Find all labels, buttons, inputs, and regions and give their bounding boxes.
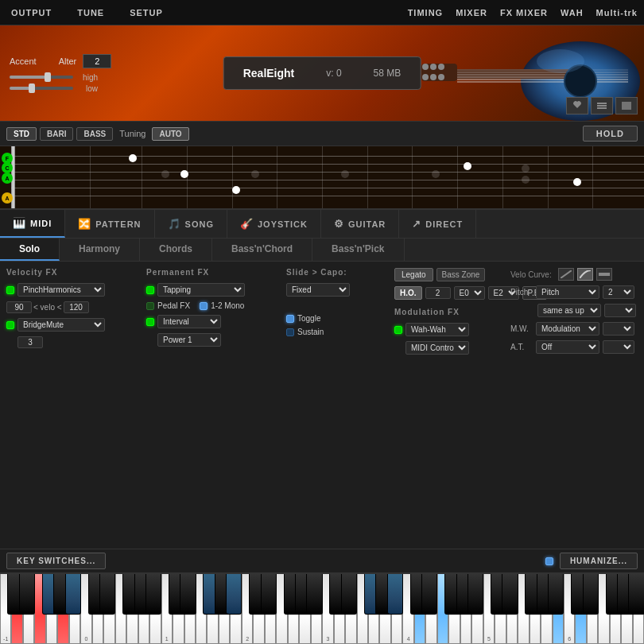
black-key-9[interactable]: [145, 574, 161, 615]
interval-select[interactable]: Interval: [157, 315, 221, 328]
subtab-harmony[interactable]: Harmony: [60, 239, 140, 261]
interval-led[interactable]: [146, 318, 154, 326]
humanize-led[interactable]: [545, 557, 553, 565]
pedal-fx-label: Pedal FX: [157, 301, 190, 310]
guitar-btn-3[interactable]: [615, 97, 638, 114]
tab-direct[interactable]: ↗ DIRECT: [399, 210, 476, 238]
subtab-bassn-chord[interactable]: Bass'n'Chord: [212, 239, 312, 261]
humanize-btn[interactable]: HUMANIZE...: [560, 553, 638, 569]
pitch-value-select[interactable]: 2: [603, 285, 634, 299]
bridge-num-input[interactable]: [17, 336, 43, 348]
curve-btn-3[interactable]: [596, 268, 612, 281]
black-key-14[interactable]: [226, 574, 242, 615]
black-key-11[interactable]: [180, 574, 196, 615]
nav-setup[interactable]: SETUP: [125, 5, 168, 21]
low-slider[interactable]: [10, 87, 73, 90]
black-key-19[interactable]: [306, 574, 322, 615]
at-value-select[interactable]: [603, 340, 634, 354]
key-switches-btn[interactable]: KEY SWITCHES...: [6, 553, 106, 569]
nav-tune[interactable]: TUNE: [72, 5, 109, 21]
right-panel-section: Velo Curve: Pitch Pitch: [510, 268, 638, 542]
black-key-24[interactable]: [387, 574, 403, 615]
velocity-fx-label: Velocity FX: [6, 268, 134, 277]
modulation-select1[interactable]: Wah-Wah: [405, 323, 469, 336]
mw-value-select[interactable]: [603, 322, 634, 336]
velo-min-input[interactable]: [6, 301, 32, 313]
e0-select[interactable]: E0: [454, 286, 485, 300]
velo-range-row: < velo <: [6, 301, 134, 313]
at-select[interactable]: Off: [536, 340, 599, 354]
permanent-fx-row: Tapping: [146, 283, 274, 297]
velocity-fx-led[interactable]: [6, 286, 14, 294]
nav-mixer[interactable]: MIXER: [456, 8, 487, 17]
velo-max-input[interactable]: [64, 301, 89, 313]
tuning-bar: STD BARI BASS Tuning AUTO HOLD: [0, 121, 644, 146]
velocity-fx-select[interactable]: PinchHarmonics: [17, 283, 105, 297]
fret-5: [277, 146, 277, 208]
fret-dot-5: [522, 165, 530, 173]
tuning-label: Tuning: [119, 129, 145, 138]
pitch-select[interactable]: Pitch: [536, 285, 599, 299]
toggle-led[interactable]: [286, 315, 294, 323]
tab-guitar[interactable]: ⚙ GUITAR: [321, 210, 399, 238]
same-as-up-select[interactable]: same as up: [537, 304, 601, 317]
tuning-bass[interactable]: BASS: [76, 127, 113, 141]
guitar-btn-2[interactable]: [591, 97, 613, 114]
bass-zone-btn[interactable]: Bass Zone: [436, 268, 486, 281]
tab-song[interactable]: 🎵 SONG: [155, 210, 227, 238]
legato-btn[interactable]: Legato: [394, 268, 433, 281]
tuning-std[interactable]: STD: [6, 127, 37, 141]
nav-timing[interactable]: TIMING: [408, 8, 444, 17]
black-key-26[interactable]: [421, 574, 437, 615]
ho-btn[interactable]: H.O.: [394, 286, 422, 300]
black-key-39[interactable]: [628, 574, 644, 615]
black-key-1[interactable]: [19, 574, 35, 615]
sustain-led[interactable]: [286, 328, 294, 336]
bridge-num-row: [6, 336, 134, 348]
hold-btn[interactable]: HOLD: [583, 126, 638, 142]
plugin-version: v: 0: [326, 68, 341, 79]
tuning-bari[interactable]: BARI: [40, 127, 73, 141]
song-icon: 🎵: [168, 218, 181, 230]
slider-group: high low: [10, 73, 213, 93]
black-key-6[interactable]: [99, 574, 115, 615]
nav-output[interactable]: OUTPUT: [6, 5, 56, 21]
modulation-led[interactable]: [394, 326, 402, 334]
tab-pattern[interactable]: 🔀 PATTERN: [65, 210, 154, 238]
black-key-4[interactable]: [65, 574, 81, 615]
black-key-31[interactable]: [502, 574, 518, 615]
curve-btn-2[interactable]: [577, 268, 593, 281]
subtab-bassn-pick[interactable]: Bass'n'Pick: [312, 239, 404, 261]
midi-control-select[interactable]: MIDI Control: [405, 341, 469, 355]
mono-label: 1-2 Mono: [211, 301, 244, 310]
bridge-mute-select[interactable]: BridgeMute: [17, 318, 105, 332]
modulation-fx-row: Wah-Wah: [394, 323, 498, 336]
black-key-29[interactable]: [467, 574, 483, 615]
high-slider[interactable]: [10, 76, 73, 79]
permanent-fx-select[interactable]: Tapping: [157, 283, 245, 297]
alter-value[interactable]: 2: [83, 54, 111, 68]
slide-select[interactable]: Fixed: [286, 283, 350, 297]
subtab-solo[interactable]: Solo: [0, 239, 60, 261]
subtab-chords[interactable]: Chords: [140, 239, 212, 261]
black-key-21[interactable]: [341, 574, 357, 615]
nav-multitrk[interactable]: Multi-trk: [596, 8, 638, 17]
same-as-up-value[interactable]: [604, 304, 636, 317]
nav-fx-mixer[interactable]: FX MIXER: [500, 8, 548, 17]
ho-value[interactable]: [425, 287, 451, 299]
black-key-34[interactable]: [548, 574, 564, 615]
mono-led[interactable]: [200, 302, 208, 310]
curve-btn-1[interactable]: [558, 268, 574, 281]
permanent-fx-led[interactable]: [146, 286, 154, 294]
tab-midi[interactable]: 🎹 MIDI: [0, 210, 65, 238]
tab-joystick[interactable]: 🎸 JOYSTICK: [227, 210, 321, 238]
black-key-36[interactable]: [583, 574, 599, 615]
guitar-btn-1[interactable]: [566, 97, 588, 114]
black-key-16[interactable]: [261, 574, 277, 615]
power-select[interactable]: Power 1: [157, 333, 221, 347]
mw-select[interactable]: Modulation: [536, 322, 599, 336]
tuning-auto[interactable]: AUTO: [152, 127, 188, 141]
nav-wah[interactable]: WAH: [561, 8, 584, 17]
bridge-mute-led[interactable]: [6, 321, 14, 329]
pedal-fx-led[interactable]: [146, 302, 154, 310]
